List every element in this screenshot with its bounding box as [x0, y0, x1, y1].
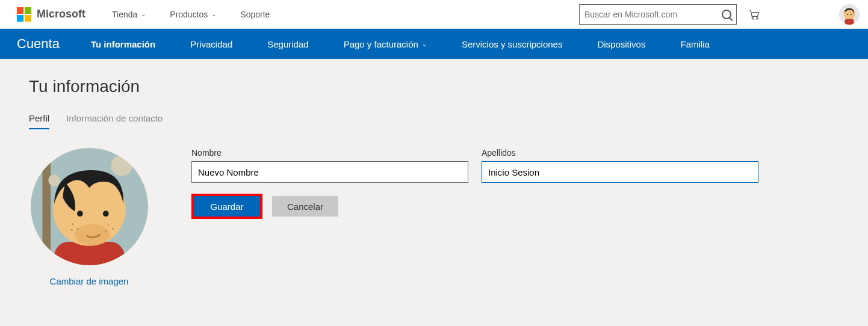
subnav-dispositivos-label: Dispositivos — [597, 39, 645, 49]
svg-point-17 — [102, 211, 108, 217]
nombre-input[interactable] — [191, 161, 468, 183]
subnav-privacidad[interactable]: Privacidad — [190, 39, 232, 49]
svg-point-22 — [112, 228, 114, 230]
svg-point-20 — [70, 229, 72, 231]
form-column: Nombre Apellidos Guardar Cancelar — [191, 148, 839, 219]
tab-perfil-label: Perfil — [29, 113, 49, 123]
microsoft-logo[interactable]: Microsoft — [17, 7, 85, 22]
avatar-column: Cambiar de imagen — [29, 148, 149, 286]
profile-avatar — [31, 148, 148, 265]
tab-perfil[interactable]: Perfil — [29, 113, 49, 129]
nav-productos-label: Productos — [170, 10, 208, 19]
field-nombre: Nombre — [191, 148, 468, 183]
header-avatar[interactable] — [839, 4, 860, 25]
save-button[interactable]: Guardar — [194, 196, 260, 217]
svg-point-1 — [757, 17, 758, 19]
search-box[interactable] — [579, 4, 737, 25]
tabs: Perfil Información de contacto — [29, 113, 839, 130]
profile-row: Cambiar de imagen Nombre Apellidos Guard… — [29, 148, 839, 286]
tab-contacto[interactable]: Información de contacto — [66, 113, 163, 129]
subnav-pago[interactable]: Pago y facturación ⌄ — [344, 39, 427, 49]
svg-point-21 — [107, 224, 109, 226]
form-buttons: Guardar Cancelar — [191, 194, 468, 219]
cancel-button[interactable]: Cancelar — [272, 196, 338, 217]
top-nav: Tienda ⌄ Productos ⌄ Soporte — [112, 10, 270, 19]
search-input[interactable] — [584, 10, 722, 19]
subnav-servicios-label: Servicios y suscripciones — [462, 39, 563, 49]
subnav-seguridad-label: Seguridad — [267, 39, 308, 49]
svg-point-0 — [752, 17, 754, 19]
svg-point-16 — [77, 211, 83, 217]
field-apellidos: Apellidos — [482, 148, 758, 183]
microsoft-logo-icon — [17, 7, 31, 22]
svg-point-18 — [72, 223, 73, 225]
subnav-privacidad-label: Privacidad — [190, 39, 232, 49]
svg-point-10 — [111, 155, 132, 176]
tab-contacto-label: Información de contacto — [66, 113, 163, 123]
nav-productos[interactable]: Productos ⌄ — [170, 10, 216, 19]
subnav-title[interactable]: Cuenta — [17, 36, 60, 52]
subnav-servicios[interactable]: Servicios y suscripciones — [462, 39, 563, 49]
svg-point-11 — [48, 174, 60, 186]
microsoft-wordmark: Microsoft — [37, 8, 85, 20]
subnav-familia-label: Familia — [680, 39, 709, 49]
svg-point-4 — [847, 13, 848, 14]
chevron-down-icon: ⌄ — [141, 11, 146, 17]
svg-rect-6 — [845, 19, 854, 25]
nav-tienda[interactable]: Tienda ⌄ — [112, 10, 146, 19]
top-header: Microsoft Tienda ⌄ Productos ⌄ Soporte — [0, 0, 868, 29]
main-content: Tu información Perfil Información de con… — [0, 59, 868, 304]
subnav-seguridad[interactable]: Seguridad — [267, 39, 308, 49]
apellidos-input[interactable] — [482, 161, 758, 183]
change-image-link[interactable]: Cambiar de imagen — [50, 276, 129, 286]
nav-soporte[interactable]: Soporte — [240, 10, 270, 19]
svg-rect-9 — [42, 148, 51, 265]
nav-soporte-label: Soporte — [240, 10, 270, 19]
subnav-dispositivos[interactable]: Dispositivos — [597, 39, 645, 49]
subnav-pago-label: Pago y facturación — [344, 39, 418, 49]
apellidos-label: Apellidos — [482, 148, 758, 158]
cart-icon[interactable] — [748, 8, 761, 21]
save-button-highlight: Guardar — [191, 194, 262, 219]
nombre-label: Nombre — [191, 148, 468, 158]
chevron-down-icon: ⌄ — [422, 41, 427, 48]
svg-point-19 — [76, 228, 78, 230]
svg-point-5 — [851, 13, 852, 14]
search-icon[interactable] — [722, 10, 731, 19]
subnav-tu-info[interactable]: Tu información — [91, 39, 155, 49]
nav-tienda-label: Tienda — [112, 10, 137, 19]
subnav-familia[interactable]: Familia — [680, 39, 709, 49]
chevron-down-icon: ⌄ — [211, 11, 216, 17]
svg-point-15 — [75, 224, 110, 245]
sub-nav: Cuenta Tu información Privacidad Segurid… — [0, 29, 868, 59]
subnav-items: Tu información Privacidad Seguridad Pago… — [91, 39, 710, 49]
page-title: Tu información — [29, 77, 839, 96]
svg-point-23 — [105, 230, 107, 232]
subnav-tu-info-label: Tu información — [91, 39, 155, 49]
